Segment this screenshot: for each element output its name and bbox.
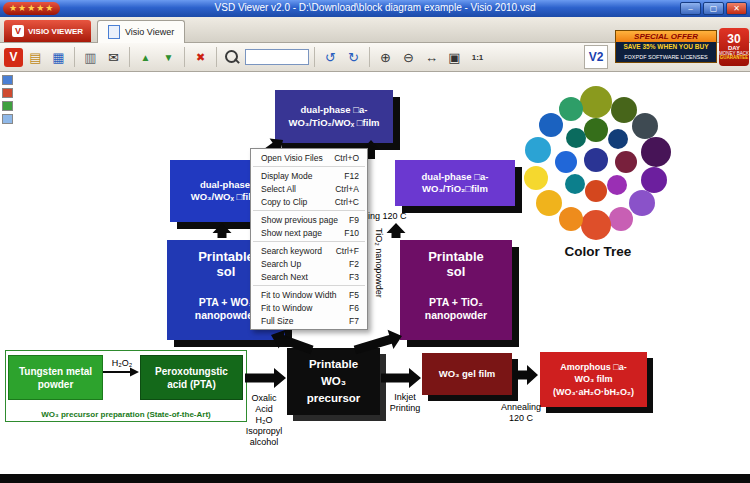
foxpdf-v2-logo: V2	[584, 45, 608, 69]
canvas-mini-icon-3[interactable]	[2, 101, 13, 111]
next-page-icon[interactable]: ▼	[158, 47, 179, 68]
color-tree-circle	[524, 166, 548, 190]
label-inkjet-printing: Inkjet Printing	[382, 392, 428, 414]
toolbar-divider	[369, 47, 370, 67]
box-dual-phase-right-film: dual-phase □a- WO₃/TiO₂□film	[395, 160, 515, 206]
label-h2o2: H₂O₂	[102, 358, 142, 369]
flow-arrow	[381, 368, 421, 388]
print-icon[interactable]: ▥	[80, 47, 101, 68]
menu-item[interactable]: Select AllCtrl+A	[251, 182, 367, 195]
box-text-line: Tungsten metal	[19, 365, 92, 378]
menu-item[interactable]: Show next pageF10	[251, 226, 367, 239]
open-folder-icon[interactable]: ▤	[25, 47, 46, 68]
box-gel-film: WO₃ gel film	[422, 353, 512, 395]
box-text-line: WO₃/WOₓ □film	[191, 191, 260, 203]
box-text-line: WO₃/TiO₂/WOₓ □film	[288, 117, 379, 129]
toolbar-divider	[129, 47, 130, 67]
window-title: VSD Viewer v2.0 - D:\Download\block diag…	[0, 2, 750, 13]
canvas-mini-icon-2[interactable]	[2, 88, 13, 98]
zoom-in-icon[interactable]: ⊕	[375, 47, 396, 68]
vsd-file-icon[interactable]: V	[4, 48, 23, 67]
toolbar-divider	[314, 47, 315, 67]
box-text-line: powder	[38, 378, 74, 391]
search-icon[interactable]	[222, 47, 243, 68]
canvas-mini-icon-4[interactable]	[2, 114, 13, 124]
prev-page-icon[interactable]: ▲	[135, 47, 156, 68]
label-tio2-nanopowder: TiO₂ nanopowder	[374, 228, 384, 338]
box-peroxotungstic-acid: Peroxotungstic acid (PTA)	[140, 355, 243, 400]
flow-arrow	[245, 368, 286, 388]
menu-item[interactable]: Show previous pageF9	[251, 213, 367, 226]
rotate-right-icon[interactable]: ↻	[343, 47, 364, 68]
money-back-badge: 30 DAY MONEY BACK GUARANTEE	[719, 28, 749, 66]
color-tree-circle	[632, 113, 658, 139]
menu-item[interactable]: Full SizeF7	[251, 314, 367, 327]
toolbar-divider	[216, 47, 217, 67]
box-text-line: precursor	[307, 390, 361, 407]
email-icon[interactable]: ✉	[103, 47, 124, 68]
canvas-mini-icon-1[interactable]	[2, 75, 13, 85]
box-text-line: Printable	[309, 356, 358, 373]
menu-item[interactable]: Search UpF2	[251, 257, 367, 270]
box-text-line: (WO₃·aH₂O·bH₂O₂)	[553, 386, 634, 398]
menu-separator	[253, 241, 365, 242]
menu-item[interactable]: Display ModeF12	[251, 169, 367, 182]
box-printable-precursor: Printable WO₃ precursor	[287, 348, 380, 415]
special-offer-banner[interactable]: SPECIAL OFFER SAVE 35% WHEN YOU BUY FOXP…	[615, 30, 717, 63]
menu-item[interactable]: Copy to ClipCtrl+C	[251, 195, 367, 208]
close-file-icon[interactable]: ✖	[190, 47, 211, 68]
document-canvas[interactable]: WO₃ precursor preparation (State-of-the-…	[0, 72, 750, 474]
menu-item[interactable]: Search keywordCtrl+F	[251, 244, 367, 257]
flow-arrow	[513, 365, 538, 385]
color-tree-circle	[525, 137, 551, 163]
offer-headline: SPECIAL OFFER	[616, 31, 716, 42]
box-amorphous-film: Amorphous □a- WO₃ film (WO₃·aH₂O·bH₂O₂)	[540, 352, 647, 407]
search-input[interactable]	[245, 49, 309, 65]
tab-visio-viewer-app[interactable]: V VISIO VIEWER	[4, 20, 91, 42]
menu-item[interactable]: Fit to Window WidthF5	[251, 288, 367, 301]
color-tree-circle	[607, 175, 627, 195]
color-tree-circle	[615, 151, 637, 173]
color-tree-circle	[609, 207, 633, 231]
box-text-line: WO₃ film	[574, 373, 612, 385]
fit-width-icon[interactable]: ↔	[421, 47, 442, 68]
status-bar	[0, 474, 750, 483]
box-dual-phase-top-film: dual-phase □a- WO₃/TiO₂/WOₓ □film	[275, 90, 393, 143]
color-tree-circle	[566, 128, 586, 148]
full-size-icon[interactable]: 1:1	[467, 47, 488, 68]
fit-window-icon[interactable]: ▣	[444, 47, 465, 68]
tab-visio-viewer-doc[interactable]: Visio Viewer	[97, 20, 185, 43]
save-icon[interactable]: ▦	[48, 47, 69, 68]
flow-arrow	[213, 223, 232, 238]
badge-guarantee: GUARANTEE	[720, 56, 749, 61]
box-text-line: acid (PTA)	[167, 378, 216, 391]
color-tree	[518, 82, 678, 242]
zoom-out-icon[interactable]: ⊖	[398, 47, 419, 68]
color-tree-circle	[565, 174, 585, 194]
box-text-line: Peroxotungstic	[155, 365, 228, 378]
menu-separator	[253, 166, 365, 167]
label-annealing-bottom: Annealing 120 C	[492, 402, 550, 424]
menu-item[interactable]: Open Visio FilesCtrl+O	[251, 151, 367, 164]
rotate-left-icon[interactable]: ↺	[320, 47, 341, 68]
minimize-button[interactable]: –	[680, 2, 701, 15]
color-tree-circle	[584, 118, 608, 142]
box-text-line: sol	[428, 265, 484, 280]
box-text-line: sol	[198, 265, 254, 280]
menu-item[interactable]: Fit to WindowF6	[251, 301, 367, 314]
color-tree-circle	[559, 207, 583, 231]
box-text-line: WO₃	[321, 373, 346, 390]
close-button[interactable]: ✕	[726, 2, 747, 15]
color-tree-circle	[585, 180, 607, 202]
document-icon	[108, 25, 120, 39]
label-oxalic-acid: Oxalic Acid H₂O Isopropyl alcohol	[239, 393, 289, 448]
box-text-line: PTA + WO₃	[195, 296, 257, 309]
color-tree-circle	[584, 148, 608, 172]
menu-item[interactable]: Search NextF3	[251, 270, 367, 283]
box-text-line: PTA + TiO₂	[425, 296, 487, 309]
color-tree-circle	[641, 167, 667, 193]
maximize-button[interactable]: ▢	[703, 2, 724, 15]
flow-arrow	[387, 223, 406, 238]
context-menu: Open Visio FilesCtrl+ODisplay ModeF12Sel…	[250, 148, 368, 330]
color-tree-label: Color Tree	[518, 244, 678, 259]
